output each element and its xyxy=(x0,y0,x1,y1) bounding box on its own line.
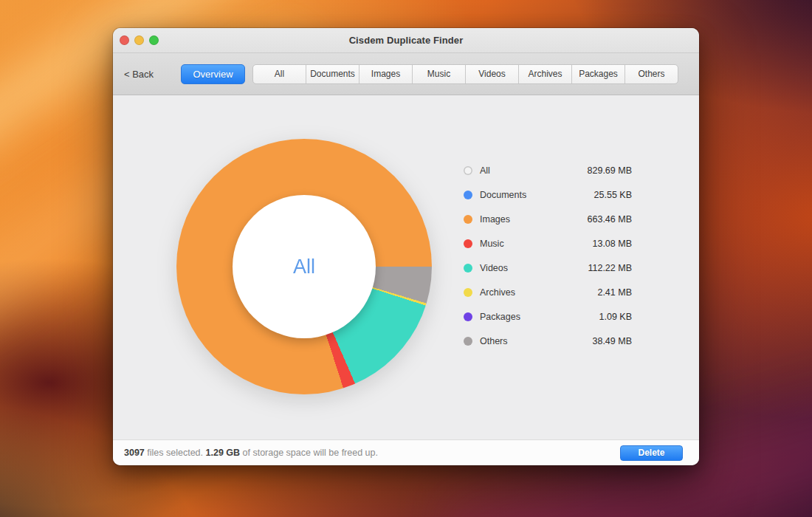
tab-videos[interactable]: Videos xyxy=(466,65,519,83)
toolbar: < Back Overview AllDocumentsImagesMusicV… xyxy=(113,53,699,95)
status-bar: 3097 files selected. 1.29 GB of storage … xyxy=(113,439,699,465)
legend-row-archives: Archives2.41 MB xyxy=(464,280,632,304)
app-window: Cisdem Duplicate Finder < Back Overview … xyxy=(113,28,699,465)
legend-row-music: Music13.08 MB xyxy=(464,231,632,256)
legend-size-value: 38.49 MB xyxy=(592,336,632,346)
donut-center-label: All xyxy=(293,256,315,278)
music-color-dot xyxy=(464,239,472,248)
files-count: 3097 xyxy=(124,448,145,458)
legend-size-value: 13.08 MB xyxy=(592,239,632,249)
legend-row-others: Others38.49 MB xyxy=(464,329,632,353)
images-color-dot xyxy=(464,215,472,224)
legend-label: Videos xyxy=(480,263,508,273)
legend-label: Others xyxy=(480,336,508,346)
overview-content: All All829.69 MBDocuments25.55 KBImages6… xyxy=(113,95,699,439)
documents-color-dot xyxy=(464,191,472,199)
tab-music[interactable]: Music xyxy=(413,65,466,83)
legend-size-value: 663.46 MB xyxy=(588,214,632,225)
legend-label: Music xyxy=(480,239,504,249)
window-title: Cisdem Duplicate Finder xyxy=(113,35,699,46)
category-tabs: AllDocumentsImagesMusicVideosArchivesPac… xyxy=(252,64,678,84)
legend-label: All xyxy=(480,165,490,176)
chart-legend: All829.69 MBDocuments25.55 KBImages663.4… xyxy=(464,158,632,353)
overview-button[interactable]: Overview xyxy=(181,64,245,84)
legend-label: Documents xyxy=(480,190,526,200)
donut-chart[interactable]: All xyxy=(176,139,432,394)
videos-color-dot xyxy=(464,264,472,273)
tab-documents[interactable]: Documents xyxy=(306,65,359,83)
legend-row-videos: Videos112.22 MB xyxy=(464,256,632,280)
legend-size-value: 829.69 MB xyxy=(588,165,632,176)
archives-color-dot xyxy=(464,288,472,297)
legend-row-images: Images663.46 MB xyxy=(464,207,632,231)
legend-size-value: 1.09 KB xyxy=(599,312,632,322)
packages-color-dot xyxy=(464,312,472,321)
legend-label: Packages xyxy=(480,312,520,322)
status-text: 3097 files selected. 1.29 GB of storage … xyxy=(124,448,620,458)
tab-all[interactable]: All xyxy=(253,65,306,83)
back-button[interactable]: < Back xyxy=(124,69,157,80)
legend-row-packages: Packages1.09 KB xyxy=(464,304,632,329)
delete-button[interactable]: Delete xyxy=(620,445,683,461)
legend-row-all: All829.69 MB xyxy=(464,158,632,182)
size-value: 1.29 GB xyxy=(206,448,241,458)
legend-row-documents: Documents25.55 KB xyxy=(464,182,632,207)
donut-center: All xyxy=(233,195,376,338)
files-text: files selected. xyxy=(145,448,206,458)
legend-size-value: 112.22 MB xyxy=(588,263,632,273)
tab-images[interactable]: Images xyxy=(359,65,413,83)
others-color-dot xyxy=(464,337,472,346)
title-bar[interactable]: Cisdem Duplicate Finder xyxy=(113,28,699,53)
legend-size-value: 25.55 KB xyxy=(594,190,632,200)
tab-archives[interactable]: Archives xyxy=(519,65,572,83)
legend-label: Images xyxy=(480,214,510,225)
legend-size-value: 2.41 MB xyxy=(597,287,632,298)
size-text: of storage space will be freed up. xyxy=(240,448,378,458)
tab-others[interactable]: Others xyxy=(625,65,678,83)
tab-packages[interactable]: Packages xyxy=(572,65,625,83)
all-color-dot xyxy=(464,166,472,175)
legend-label: Archives xyxy=(480,287,515,298)
